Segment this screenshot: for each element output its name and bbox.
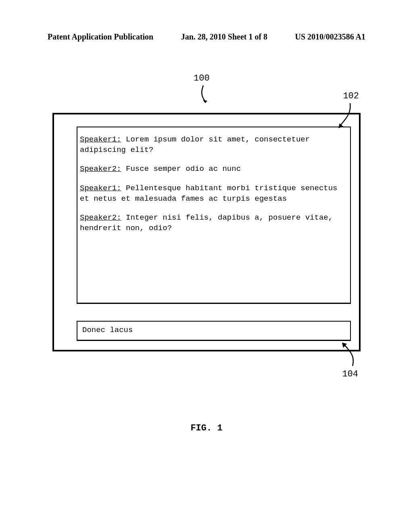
speaker-label: Speaker2: bbox=[80, 164, 121, 173]
lead-line-arrow-104-icon bbox=[340, 343, 357, 367]
transcript-entry: Speaker1: Pellentesque habitant morbi tr… bbox=[80, 183, 346, 204]
lead-line-arrow-100-icon bbox=[200, 85, 208, 105]
message-input-value: Donec lacus bbox=[82, 326, 133, 335]
svg-marker-0 bbox=[203, 100, 207, 103]
speaker-label: Speaker2: bbox=[80, 213, 121, 222]
reference-numeral-102: 102 bbox=[343, 91, 359, 101]
header-right: US 2010/0023586 A1 bbox=[295, 32, 365, 42]
reference-numeral-100: 100 bbox=[194, 73, 210, 83]
transcript-entry: Speaker1: Lorem ipsum dolor sit amet, co… bbox=[80, 135, 346, 155]
header-center: Jan. 28, 2010 Sheet 1 of 8 bbox=[181, 32, 267, 42]
figure-area: 100 102 Speaker1: Lorem ipsum dolor sit … bbox=[40, 52, 373, 451]
header-left: Patent Application Publication bbox=[48, 32, 153, 42]
figure-label: FIG. 1 bbox=[40, 423, 373, 433]
reference-numeral-104: 104 bbox=[342, 369, 358, 379]
page-header: Patent Application Publication Jan. 28, … bbox=[48, 32, 365, 42]
transcript-panel: Speaker1: Lorem ipsum dolor sit amet, co… bbox=[77, 127, 351, 304]
speaker-label: Speaker1: bbox=[80, 184, 121, 193]
message-input[interactable]: Donec lacus bbox=[77, 321, 351, 341]
transcript-entry: Speaker2: Fusce semper odio ac nunc bbox=[80, 164, 346, 175]
transcript-entry: Speaker2: Integer nisi felis, dapibus a,… bbox=[80, 213, 346, 233]
transcript-text: Fusce semper odio ac nunc bbox=[121, 164, 241, 173]
chat-window: Speaker1: Lorem ipsum dolor sit amet, co… bbox=[52, 113, 361, 351]
speaker-label: Speaker1: bbox=[80, 135, 121, 144]
